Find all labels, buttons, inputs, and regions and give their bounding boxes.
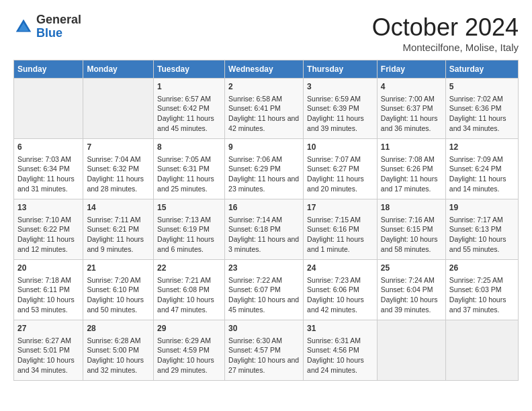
sunset-text: Sunset: 6:24 PM <box>449 165 502 173</box>
calendar-cell: 21Sunrise: 7:20 AMSunset: 6:10 PMDayligh… <box>83 260 154 320</box>
sunset-text: Sunset: 6:16 PM <box>307 225 359 233</box>
daylight-text: Daylight: 11 hours and 3 minutes. <box>228 235 299 253</box>
sunset-text: Sunset: 6:34 PM <box>17 165 70 173</box>
calendar-cell: 7Sunrise: 7:04 AMSunset: 6:32 PMDaylight… <box>83 139 154 199</box>
calendar-cell: 25Sunrise: 7:24 AMSunset: 6:04 PMDayligh… <box>377 260 445 320</box>
calendar-cell: 6Sunrise: 7:03 AMSunset: 6:34 PMDaylight… <box>14 139 83 199</box>
sunrise-text: Sunrise: 7:06 AM <box>228 155 282 163</box>
sunrise-text: Sunrise: 7:23 AM <box>307 276 361 284</box>
daylight-text: Daylight: 10 hours and 34 minutes. <box>17 356 75 374</box>
sunrise-text: Sunrise: 7:18 AM <box>17 276 71 284</box>
sunset-text: Sunset: 6:37 PM <box>381 104 433 112</box>
day-number: 8 <box>157 142 221 153</box>
weekday-header-tuesday: Tuesday <box>154 60 225 79</box>
daylight-text: Daylight: 11 hours and 12 minutes. <box>17 235 75 253</box>
sunrise-text: Sunrise: 7:13 AM <box>157 216 211 224</box>
sunset-text: Sunset: 6:15 PM <box>381 225 433 233</box>
daylight-text: Daylight: 11 hours and 23 minutes. <box>228 175 299 193</box>
calendar-cell: 31Sunrise: 6:31 AMSunset: 4:56 PMDayligh… <box>304 320 378 381</box>
sunset-text: Sunset: 6:18 PM <box>228 225 281 233</box>
sunset-text: Sunset: 6:07 PM <box>228 285 281 293</box>
daylight-text: Daylight: 10 hours and 27 minutes. <box>228 356 299 374</box>
location: Montecilfone, Molise, Italy <box>372 42 519 53</box>
sunset-text: Sunset: 6:39 PM <box>307 104 359 112</box>
day-number: 7 <box>87 142 150 153</box>
sunset-text: Sunset: 4:56 PM <box>307 346 359 354</box>
sunrise-text: Sunrise: 6:29 AM <box>157 336 211 345</box>
daylight-text: Daylight: 11 hours and 6 minutes. <box>157 235 214 253</box>
sunset-text: Sunset: 6:29 PM <box>228 165 281 173</box>
month-title: October 2024 <box>372 13 519 42</box>
day-number: 16 <box>228 202 300 214</box>
sunrise-text: Sunrise: 7:05 AM <box>157 155 211 163</box>
sunrise-text: Sunrise: 6:31 AM <box>307 336 361 345</box>
day-number: 12 <box>449 142 515 153</box>
day-number: 17 <box>307 202 373 214</box>
day-number: 3 <box>307 81 373 93</box>
sunset-text: Sunset: 6:42 PM <box>157 104 210 112</box>
sunset-text: Sunset: 6:21 PM <box>87 225 139 233</box>
sunset-text: Sunset: 6:41 PM <box>228 104 281 112</box>
day-number: 4 <box>381 81 442 93</box>
sunset-text: Sunset: 5:00 PM <box>87 346 139 354</box>
day-number: 26 <box>449 263 515 274</box>
day-number: 30 <box>228 323 300 334</box>
sunset-text: Sunset: 6:22 PM <box>17 225 70 233</box>
daylight-text: Daylight: 11 hours and 1 minute. <box>307 235 364 253</box>
sunset-text: Sunset: 6:32 PM <box>87 165 139 173</box>
daylight-text: Daylight: 11 hours and 28 minutes. <box>87 175 144 193</box>
calendar-cell: 10Sunrise: 7:07 AMSunset: 6:27 PMDayligh… <box>304 139 378 199</box>
sunrise-text: Sunrise: 7:00 AM <box>381 95 435 103</box>
weekday-header-monday: Monday <box>83 60 154 79</box>
calendar-cell: 19Sunrise: 7:17 AMSunset: 6:13 PMDayligh… <box>445 199 518 260</box>
calendar-cell <box>14 79 83 139</box>
daylight-text: Daylight: 11 hours and 17 minutes. <box>381 175 438 193</box>
calendar-cell: 16Sunrise: 7:14 AMSunset: 6:18 PMDayligh… <box>225 199 304 260</box>
sunrise-text: Sunrise: 6:57 AM <box>157 95 211 103</box>
daylight-text: Daylight: 11 hours and 42 minutes. <box>228 114 299 132</box>
sunrise-text: Sunrise: 6:30 AM <box>228 336 282 345</box>
daylight-text: Daylight: 10 hours and 45 minutes. <box>228 295 299 314</box>
sunset-text: Sunset: 6:08 PM <box>157 285 210 293</box>
day-number: 27 <box>17 323 79 334</box>
sunrise-text: Sunrise: 7:14 AM <box>228 216 282 224</box>
day-number: 28 <box>87 323 150 334</box>
daylight-text: Daylight: 11 hours and 14 minutes. <box>449 175 506 193</box>
sunrise-text: Sunrise: 7:24 AM <box>381 276 435 284</box>
sunrise-text: Sunrise: 7:04 AM <box>87 155 140 163</box>
calendar-cell: 18Sunrise: 7:16 AMSunset: 6:15 PMDayligh… <box>377 199 445 260</box>
day-number: 5 <box>449 81 515 93</box>
sunset-text: Sunset: 4:57 PM <box>228 346 281 354</box>
sunset-text: Sunset: 6:31 PM <box>157 165 210 173</box>
day-number: 6 <box>17 142 79 153</box>
logo: General Blue <box>13 13 81 40</box>
calendar-cell: 23Sunrise: 7:22 AMSunset: 6:07 PMDayligh… <box>225 260 304 320</box>
calendar-cell: 20Sunrise: 7:18 AMSunset: 6:11 PMDayligh… <box>14 260 83 320</box>
day-number: 13 <box>17 202 79 214</box>
daylight-text: Daylight: 10 hours and 32 minutes. <box>87 356 144 374</box>
calendar-cell: 3Sunrise: 6:59 AMSunset: 6:39 PMDaylight… <box>304 79 378 139</box>
calendar-cell: 27Sunrise: 6:27 AMSunset: 5:01 PMDayligh… <box>14 320 83 381</box>
sunrise-text: Sunrise: 7:15 AM <box>307 216 361 224</box>
sunset-text: Sunset: 6:03 PM <box>449 285 502 293</box>
weekday-header-wednesday: Wednesday <box>225 60 304 79</box>
sunset-text: Sunset: 6:36 PM <box>449 104 502 112</box>
daylight-text: Daylight: 11 hours and 36 minutes. <box>381 114 438 132</box>
day-number: 11 <box>381 142 442 153</box>
day-number: 19 <box>449 202 515 214</box>
calendar-cell <box>83 79 154 139</box>
calendar-cell: 22Sunrise: 7:21 AMSunset: 6:08 PMDayligh… <box>154 260 225 320</box>
title-block: October 2024 Montecilfone, Molise, Italy <box>372 13 519 53</box>
sunrise-text: Sunrise: 7:08 AM <box>381 155 435 163</box>
sunrise-text: Sunrise: 7:21 AM <box>157 276 211 284</box>
weekday-header-sunday: Sunday <box>14 60 83 79</box>
calendar-cell: 30Sunrise: 6:30 AMSunset: 4:57 PMDayligh… <box>225 320 304 381</box>
calendar-cell: 5Sunrise: 7:02 AMSunset: 6:36 PMDaylight… <box>445 79 518 139</box>
day-number: 15 <box>157 202 221 214</box>
sunrise-text: Sunrise: 7:03 AM <box>17 155 71 163</box>
logo-text: General Blue <box>36 13 81 40</box>
sunrise-text: Sunrise: 7:22 AM <box>228 276 282 284</box>
calendar-cell: 11Sunrise: 7:08 AMSunset: 6:26 PMDayligh… <box>377 139 445 199</box>
sunset-text: Sunset: 6:10 PM <box>87 285 139 293</box>
calendar-table: SundayMondayTuesdayWednesdayThursdayFrid… <box>13 60 519 381</box>
